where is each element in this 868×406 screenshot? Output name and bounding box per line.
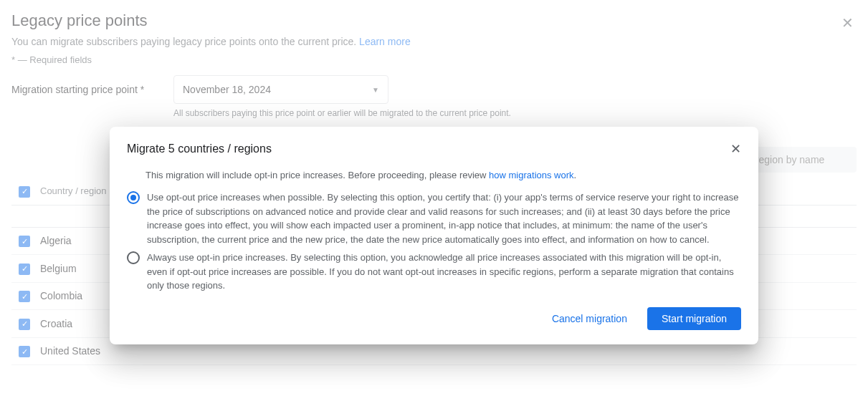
option2-text: Always use opt-in price increases. By se… <box>147 251 741 293</box>
radio-opt-out[interactable] <box>127 191 140 204</box>
intro-after: . <box>574 170 577 180</box>
migrate-modal: Migrate 5 countries / regions ✕ This mig… <box>110 127 758 344</box>
modal-title: Migrate 5 countries / regions <box>127 142 272 155</box>
option1-text: Use opt-out price increases when possibl… <box>147 190 741 246</box>
cancel-migration-button[interactable]: Cancel migration <box>538 307 642 330</box>
intro-text: This migration will include opt-in price… <box>146 170 489 180</box>
how-migrations-work-link[interactable]: how migrations work <box>489 170 574 180</box>
modal-close-icon[interactable]: ✕ <box>730 141 741 157</box>
start-migration-button[interactable]: Start migration <box>647 307 741 330</box>
modal-overlay: Migrate 5 countries / regions ✕ This mig… <box>0 0 868 406</box>
modal-intro: This migration will include opt-in price… <box>127 168 741 183</box>
radio-opt-in[interactable] <box>127 251 140 264</box>
